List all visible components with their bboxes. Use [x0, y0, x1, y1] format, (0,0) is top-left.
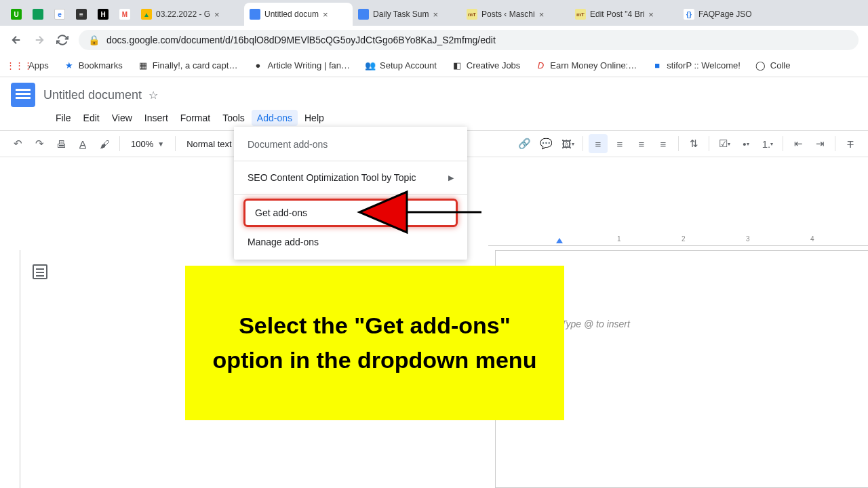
document-title[interactable]: Untitled document	[43, 88, 142, 102]
annotation-callout: Select the "Get add-ons" option in the d…	[185, 266, 564, 420]
forward-icon[interactable]	[33, 33, 46, 47]
redo-icon[interactable]: ↷	[30, 134, 49, 153]
close-icon[interactable]: ×	[214, 9, 224, 19]
annotation-arrow-icon	[353, 185, 488, 239]
menu-tools[interactable]: Tools	[217, 110, 250, 126]
url-input[interactable]: 🔒 docs.google.com/document/d/16bqlO8dD9M…	[79, 30, 859, 50]
address-bar: 🔒 docs.google.com/document/d/16bqlO8dD9M…	[0, 26, 868, 54]
browser-tab[interactable]: ▲03.22.2022 - G×	[136, 3, 244, 26]
browser-tab[interactable]: Daily Task Sum×	[353, 3, 461, 26]
indent-marker-icon[interactable]	[556, 238, 563, 243]
bookmark-item[interactable]: ■stiforP :: Welcome!	[646, 58, 746, 74]
back-icon[interactable]	[9, 33, 23, 47]
menu-edit[interactable]: Edit	[78, 110, 105, 126]
menu-help[interactable]: Help	[299, 110, 330, 126]
browser-tab[interactable]: e	[49, 3, 71, 26]
bullet-list-icon[interactable]: •▾	[736, 134, 755, 153]
bookmark-item[interactable]: ◯Colle	[750, 58, 796, 74]
undo-icon[interactable]: ↶	[8, 134, 27, 153]
menu-addons[interactable]: Add-ons	[252, 110, 298, 126]
placeholder-text: Type @ to insert	[561, 319, 630, 329]
image-icon[interactable]: 🖼▾	[558, 134, 577, 153]
close-icon[interactable]: ×	[648, 9, 658, 19]
reload-icon[interactable]	[56, 33, 69, 47]
bookmark-item[interactable]: ★Bookmarks	[58, 58, 128, 74]
browser-tab[interactable]: {}FAQPage JSO	[678, 3, 760, 26]
browser-tab-active[interactable]: Untitled docum×	[244, 3, 353, 26]
browser-tab[interactable]	[27, 3, 49, 26]
close-icon[interactable]: ×	[323, 9, 332, 19]
comment-icon[interactable]: 💬	[536, 134, 555, 153]
menu-view[interactable]: View	[106, 110, 138, 126]
dropdown-header: Document add-ons	[234, 132, 467, 157]
close-icon[interactable]: ×	[433, 9, 442, 19]
align-right-icon[interactable]: ≡	[632, 134, 651, 153]
browser-tab[interactable]: M	[114, 3, 136, 26]
menu-insert[interactable]: Insert	[139, 110, 174, 126]
browser-tab[interactable]: ≡	[71, 3, 92, 26]
indent-increase-icon[interactable]: ⇥	[810, 134, 829, 153]
menu-format[interactable]: Format	[175, 110, 216, 126]
print-icon[interactable]: 🖶	[52, 134, 71, 153]
align-center-icon[interactable]: ≡	[610, 134, 629, 153]
spellcheck-icon[interactable]: A	[73, 134, 92, 153]
menu-file[interactable]: File	[50, 110, 77, 126]
bookmark-item[interactable]: ●Article Writing | fan…	[247, 58, 355, 74]
bookmark-item[interactable]: 👥Setup Account	[359, 58, 442, 74]
bookmark-item[interactable]: DEarn Money Online:…	[530, 58, 642, 74]
line-spacing-icon[interactable]: ⇅	[684, 134, 703, 153]
browser-tabs: U e ≡ H M ▲03.22.2022 - G× Untitled docu…	[0, 0, 868, 26]
callout-text: Select the "Get add-ons" option in the d…	[212, 308, 537, 378]
browser-tab[interactable]: H	[92, 3, 114, 26]
browser-tab[interactable]: mTPosts ‹ Maschi×	[461, 3, 570, 26]
docs-logo-icon[interactable]	[11, 83, 35, 107]
indent-decrease-icon[interactable]: ⇤	[789, 134, 808, 153]
browser-tab[interactable]: mTEdit Post "4 Bri×	[570, 3, 678, 26]
submenu-arrow-icon: ▶	[448, 174, 454, 182]
bookmarks-bar: ⋮⋮⋮Apps ★Bookmarks ▦Finally!, a card cap…	[0, 54, 868, 77]
zoom-select[interactable]: 100%▼	[125, 139, 170, 149]
apps-button[interactable]: ⋮⋮⋮Apps	[8, 58, 54, 74]
url-text: docs.google.com/document/d/16bqlO8dD9MEV…	[106, 35, 496, 45]
align-left-icon[interactable]: ≡	[589, 134, 608, 153]
star-icon[interactable]: ☆	[149, 89, 158, 102]
numbered-list-icon[interactable]: 1.▾	[758, 134, 777, 153]
lock-icon: 🔒	[88, 35, 100, 45]
paint-format-icon[interactable]: 🖌	[95, 134, 114, 153]
link-icon[interactable]: 🔗	[515, 134, 534, 153]
bookmark-item[interactable]: ◧Creative Jobs	[446, 58, 526, 74]
checklist-icon[interactable]: ☑▾	[715, 134, 734, 153]
horizontal-ruler: 1 2 3 4	[488, 235, 868, 246]
align-justify-icon[interactable]: ≡	[654, 134, 673, 153]
browser-tab[interactable]: U	[5, 3, 27, 26]
outline-icon[interactable]	[33, 264, 47, 279]
close-icon[interactable]: ×	[539, 9, 549, 19]
clear-format-icon[interactable]: T	[841, 134, 860, 153]
vertical-ruler	[9, 250, 20, 488]
bookmark-item[interactable]: ▦Finally!, a card capt…	[132, 58, 243, 74]
